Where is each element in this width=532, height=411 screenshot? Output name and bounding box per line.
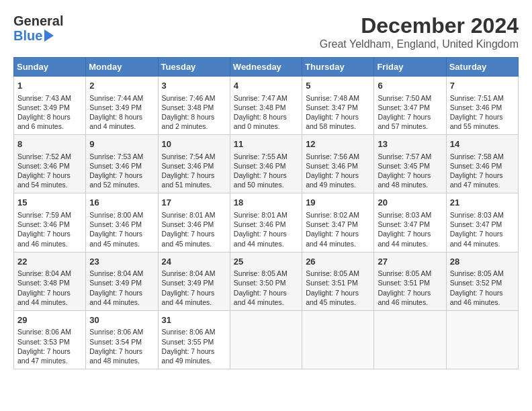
calendar-cell: 21Sunrise: 8:03 AMSunset: 3:47 PMDayligh… [446,193,518,252]
day-number: 19 [306,197,370,209]
calendar-cell: 3Sunrise: 7:46 AMSunset: 3:48 PMDaylight… [158,77,230,135]
day-number: 20 [378,197,442,209]
calendar-cell: 25Sunrise: 8:05 AMSunset: 3:50 PMDayligh… [230,252,302,310]
calendar-cell: 24Sunrise: 8:04 AMSunset: 3:49 PMDayligh… [158,252,230,310]
calendar-cell: 14Sunrise: 7:58 AMSunset: 3:46 PMDayligh… [446,135,518,193]
day-number: 16 [89,197,154,209]
calendar-cell [230,310,302,369]
day-number: 8 [17,138,82,150]
day-number: 9 [89,138,154,150]
calendar-cell: 27Sunrise: 8:05 AMSunset: 3:51 PMDayligh… [374,252,446,310]
calendar-cell: 30Sunrise: 8:06 AMSunset: 3:54 PMDayligh… [86,310,158,369]
calendar-cell: 1Sunrise: 7:43 AMSunset: 3:49 PMDaylight… [14,77,86,135]
day-number: 11 [234,138,298,150]
calendar-cell [446,310,518,369]
logo-line2: Blue [13,28,63,43]
calendar-cell: 16Sunrise: 8:00 AMSunset: 3:46 PMDayligh… [86,193,158,252]
calendar-title: December 2024 [320,13,519,38]
calendar-body: 1Sunrise: 7:43 AMSunset: 3:49 PMDaylight… [14,77,519,369]
calendar-cell: 19Sunrise: 8:02 AMSunset: 3:47 PMDayligh… [302,193,374,252]
calendar-cell: 10Sunrise: 7:54 AMSunset: 3:46 PMDayligh… [158,135,230,193]
calendar-cell: 13Sunrise: 7:57 AMSunset: 3:45 PMDayligh… [374,135,446,193]
day-number: 25 [234,256,298,268]
day-number: 24 [162,256,226,268]
day-number: 23 [89,256,154,268]
logo-blue-text: Blue [13,28,42,43]
calendar-cell: 6Sunrise: 7:50 AMSunset: 3:47 PMDaylight… [374,77,446,135]
page-header: General Blue December 2024 Great Yeldham… [13,13,519,50]
day-header: Thursday [302,58,374,77]
calendar-cell: 9Sunrise: 7:53 AMSunset: 3:46 PMDaylight… [86,135,158,193]
calendar-cell [374,310,446,369]
day-number: 17 [162,197,226,209]
logo-arrow-icon [44,30,54,42]
day-number: 2 [89,80,154,92]
calendar-cell: 31Sunrise: 8:06 AMSunset: 3:55 PMDayligh… [158,310,230,369]
calendar-cell [302,310,374,369]
calendar-cell: 2Sunrise: 7:44 AMSunset: 3:49 PMDaylight… [86,77,158,135]
day-number: 26 [306,256,370,268]
day-number: 12 [306,138,370,150]
day-number: 13 [378,138,442,150]
day-number: 21 [450,197,515,209]
day-number: 22 [17,256,82,268]
day-number: 3 [162,80,226,92]
day-number: 28 [450,256,515,268]
logo: General Blue [13,13,63,43]
day-header: Wednesday [230,58,302,77]
calendar-cell: 8Sunrise: 7:52 AMSunset: 3:46 PMDaylight… [14,135,86,193]
day-header: Saturday [446,58,518,77]
day-number: 1 [17,80,82,92]
calendar-cell: 22Sunrise: 8:04 AMSunset: 3:48 PMDayligh… [14,252,86,310]
day-number: 31 [162,314,226,326]
calendar-cell: 5Sunrise: 7:48 AMSunset: 3:47 PMDaylight… [302,77,374,135]
calendar-cell: 18Sunrise: 8:01 AMSunset: 3:46 PMDayligh… [230,193,302,252]
calendar-cell: 29Sunrise: 8:06 AMSunset: 3:53 PMDayligh… [14,310,86,369]
calendar-cell: 4Sunrise: 7:47 AMSunset: 3:48 PMDaylight… [230,77,302,135]
calendar-cell: 11Sunrise: 7:55 AMSunset: 3:46 PMDayligh… [230,135,302,193]
calendar-week-row: 29Sunrise: 8:06 AMSunset: 3:53 PMDayligh… [14,310,519,369]
calendar-cell: 23Sunrise: 8:04 AMSunset: 3:49 PMDayligh… [86,252,158,310]
calendar-cell: 28Sunrise: 8:05 AMSunset: 3:52 PMDayligh… [446,252,518,310]
calendar-cell: 7Sunrise: 7:51 AMSunset: 3:46 PMDaylight… [446,77,518,135]
calendar-table: SundayMondayTuesdayWednesdayThursdayFrid… [13,57,519,369]
calendar-week-row: 8Sunrise: 7:52 AMSunset: 3:46 PMDaylight… [14,135,519,193]
day-number: 10 [162,138,226,150]
day-number: 7 [450,80,515,92]
calendar-cell: 17Sunrise: 8:01 AMSunset: 3:46 PMDayligh… [158,193,230,252]
calendar-subtitle: Great Yeldham, England, United Kingdom [320,38,519,50]
day-number: 14 [450,138,515,150]
calendar-week-row: 22Sunrise: 8:04 AMSunset: 3:48 PMDayligh… [14,252,519,310]
day-number: 18 [234,197,298,209]
logo-general: General [13,13,63,28]
day-header: Monday [86,58,158,77]
day-number: 27 [378,256,442,268]
day-number: 5 [306,80,370,92]
day-number: 15 [17,197,82,209]
calendar-week-row: 15Sunrise: 7:59 AMSunset: 3:46 PMDayligh… [14,193,519,252]
day-number: 4 [234,80,298,92]
day-header: Tuesday [158,58,230,77]
day-header: Sunday [14,58,86,77]
day-header: Friday [374,58,446,77]
calendar-week-row: 1Sunrise: 7:43 AMSunset: 3:49 PMDaylight… [14,77,519,135]
calendar-cell: 20Sunrise: 8:03 AMSunset: 3:47 PMDayligh… [374,193,446,252]
logo-line1: General [13,13,63,28]
day-number: 29 [17,314,82,326]
title-block: December 2024 Great Yeldham, England, Un… [320,13,519,50]
calendar-cell: 15Sunrise: 7:59 AMSunset: 3:46 PMDayligh… [14,193,86,252]
calendar-cell: 26Sunrise: 8:05 AMSunset: 3:51 PMDayligh… [302,252,374,310]
day-number: 6 [378,80,442,92]
calendar-cell: 12Sunrise: 7:56 AMSunset: 3:46 PMDayligh… [302,135,374,193]
day-number: 30 [89,314,154,326]
calendar-header-row: SundayMondayTuesdayWednesdayThursdayFrid… [14,58,519,77]
